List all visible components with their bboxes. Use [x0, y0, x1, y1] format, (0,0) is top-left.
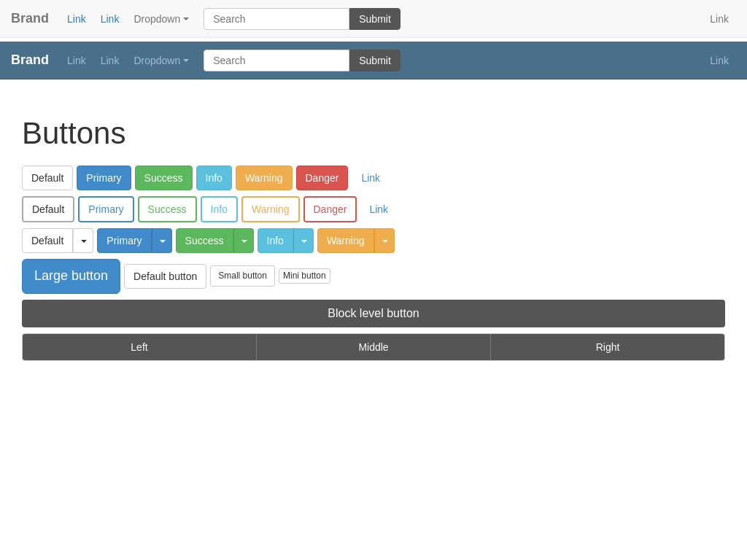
buttons-section-title: Buttons [22, 116, 725, 151]
btn-middle[interactable]: Middle [257, 334, 491, 360]
btn-link-outline[interactable]: Link [360, 198, 397, 221]
btn-split-info-main[interactable]: Info [258, 228, 293, 253]
button-row-filled: Default Primary Success Info Warning Dan… [22, 166, 725, 190]
btn-info[interactable]: Info [196, 166, 232, 190]
btn-default-outline[interactable]: Default [22, 196, 74, 222]
btn-success[interactable]: Success [135, 166, 193, 190]
btn-primary[interactable]: Primary [77, 166, 131, 190]
navbar2-submit-button[interactable]: Submit [349, 50, 400, 71]
navbar2-search-input[interactable] [204, 50, 349, 71]
btn-info-outline[interactable]: Info [201, 196, 238, 222]
navbar1-search-input[interactable] [204, 8, 349, 30]
btn-large[interactable]: Large button [22, 259, 120, 294]
navbar1-dropdown-arrow [183, 18, 189, 20]
navbar2-dropdown-arrow [183, 59, 189, 62]
navbar1-brand: Brand [11, 0, 49, 37]
navbar1-right-link[interactable]: Link [703, 2, 736, 36]
btn-split-primary-arrow[interactable] [152, 228, 172, 253]
btn-group-primary: Primary [97, 228, 171, 253]
navbar1-link2[interactable]: Link [93, 2, 127, 36]
navbar-inverse: Brand Link Link Dropdown Submit Link [0, 42, 747, 79]
btn-success-outline[interactable]: Success [138, 196, 197, 222]
btn-danger[interactable]: Danger [296, 166, 349, 190]
navbar1-submit-button[interactable]: Submit [349, 8, 400, 30]
navbar2-brand: Brand [11, 42, 49, 79]
btn-split-warning-main[interactable]: Warning [317, 228, 374, 253]
navbar1-dropdown[interactable]: Dropdown [126, 2, 196, 36]
btn-split-info-arrow[interactable] [293, 228, 314, 253]
btn-group-warning: Warning [317, 228, 395, 253]
navbar2-link1[interactable]: Link [60, 44, 93, 77]
btn-group-info: Info [258, 228, 314, 253]
navbar1-search-form: Submit [204, 8, 400, 30]
main-content: Buttons Default Primary Success Info War… [0, 79, 747, 376]
btn-left[interactable]: Left [23, 334, 257, 360]
caret-default-icon [81, 240, 87, 243]
caret-success-icon [241, 240, 247, 243]
button-row-split: Default Primary Success Info Warning [22, 228, 725, 253]
btn-default[interactable]: Default [22, 166, 73, 190]
btn-right[interactable]: Right [491, 334, 724, 360]
navbar2-search-form: Submit [204, 50, 400, 71]
btn-block[interactable]: Block level button [22, 300, 725, 327]
btn-small[interactable]: Small button [210, 265, 275, 287]
btn-split-warning-arrow[interactable] [374, 228, 395, 253]
btn-warning-outline[interactable]: Warning [241, 196, 300, 222]
btn-danger-outline[interactable]: Danger [303, 196, 357, 222]
btn-default-normal[interactable]: Default button [124, 264, 206, 289]
btn-group-success: Success [176, 228, 254, 253]
btn-primary-outline[interactable]: Primary [78, 196, 133, 222]
navbar1-dropdown-label: Dropdown [133, 13, 180, 25]
button-row-sizes: Large button Default button Small button… [22, 259, 725, 294]
caret-info-icon [301, 240, 307, 243]
btn-group-bottom: Left Middle Right [22, 333, 725, 361]
navbar2-dropdown-label: Dropdown [133, 55, 180, 66]
btn-split-default-main[interactable]: Default [22, 228, 73, 253]
btn-split-primary-main[interactable]: Primary [97, 228, 151, 253]
btn-warning[interactable]: Warning [236, 166, 293, 190]
navbar2-link2[interactable]: Link [93, 44, 127, 77]
btn-split-success-main[interactable]: Success [176, 228, 233, 253]
navbar2-right-link[interactable]: Link [703, 44, 736, 77]
navbar2-dropdown[interactable]: Dropdown [126, 44, 196, 77]
btn-split-success-arrow[interactable] [233, 228, 254, 253]
btn-split-default-arrow[interactable] [73, 228, 93, 253]
btn-link[interactable]: Link [352, 166, 390, 190]
navbar-default: Brand Link Link Dropdown Submit Link [0, 0, 747, 38]
btn-mini[interactable]: Mini button [279, 268, 330, 284]
caret-warning-icon [382, 240, 388, 243]
caret-primary-icon [160, 240, 166, 243]
navbar1-link1[interactable]: Link [60, 2, 93, 36]
button-row-outline: Default Primary Success Info Warning Dan… [22, 196, 725, 222]
btn-group-default: Default [22, 228, 93, 253]
